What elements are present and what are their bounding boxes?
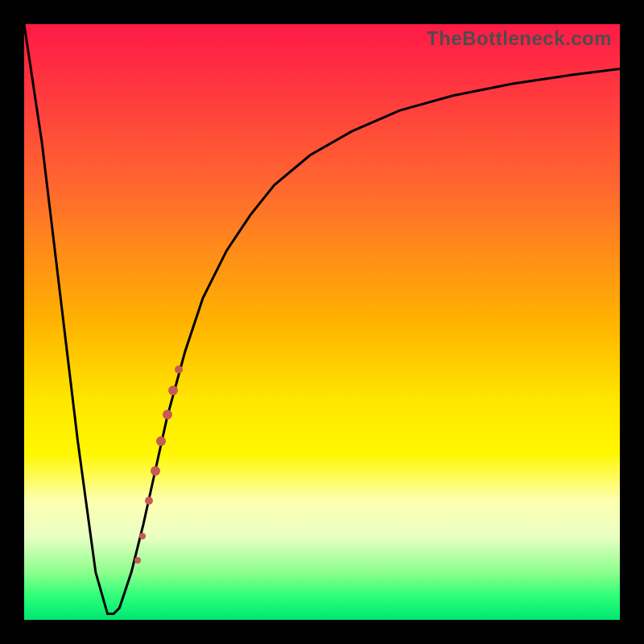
data-marker (163, 410, 172, 419)
data-marker (156, 436, 166, 446)
data-marker (168, 386, 178, 395)
data-marker (139, 533, 146, 539)
chart-frame: TheBottleneck.com (0, 0, 644, 644)
data-marker (145, 497, 153, 505)
data-marker (134, 557, 141, 564)
plot-area: TheBottleneck.com (24, 24, 620, 620)
marker-layer (24, 24, 620, 620)
data-marker (151, 466, 160, 476)
data-marker (175, 365, 183, 374)
